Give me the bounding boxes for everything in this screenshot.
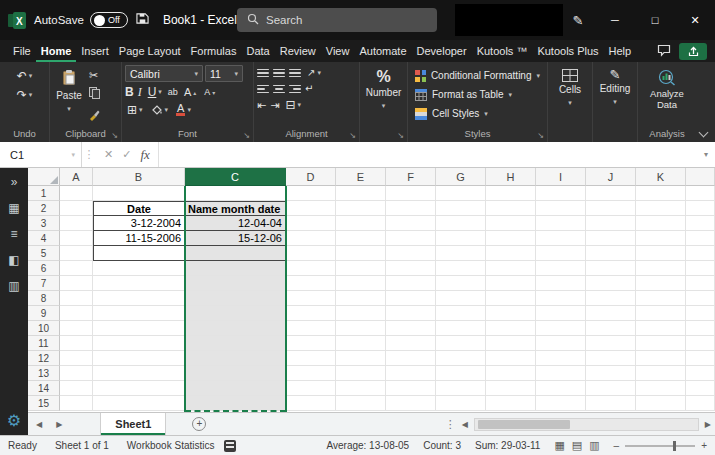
cell-D8[interactable] <box>286 291 336 306</box>
cell-H2[interactable] <box>486 201 536 216</box>
cell-I2[interactable] <box>536 201 586 216</box>
column-header-G[interactable]: G <box>436 168 486 186</box>
cell-H7[interactable] <box>486 276 536 291</box>
cell-A4[interactable] <box>60 231 93 246</box>
accessibility-checker-icon[interactable] <box>224 440 236 452</box>
cell-A9[interactable] <box>60 306 93 321</box>
cell-G1[interactable] <box>436 186 486 201</box>
scrollbar-track[interactable] <box>474 418 699 431</box>
cell-K2[interactable] <box>636 201 686 216</box>
comments-icon[interactable] <box>657 44 671 59</box>
ribbon-tab-data[interactable]: Data <box>241 40 274 62</box>
row-header-2[interactable]: 2 <box>28 201 60 216</box>
collapse-ribbon-icon[interactable] <box>699 128 709 138</box>
cell-F6[interactable] <box>386 261 436 276</box>
cell-D10[interactable] <box>286 321 336 336</box>
cell-C3[interactable]: 12-04-04 <box>185 216 286 231</box>
cell-E3[interactable] <box>336 216 386 231</box>
sheet-tab-sheet1[interactable]: Sheet1 <box>100 413 166 435</box>
cell-B1[interactable] <box>93 186 185 201</box>
zoom-in-icon[interactable]: + <box>701 440 707 451</box>
cell-I11[interactable] <box>536 336 586 351</box>
cell-G14[interactable] <box>436 381 486 396</box>
cell-A15[interactable] <box>60 396 93 411</box>
new-sheet-button[interactable]: + <box>192 417 206 431</box>
cell-D1[interactable] <box>286 186 336 201</box>
align-bottom-icon[interactable] <box>289 69 301 78</box>
cell-K4[interactable] <box>636 231 686 246</box>
cell-D7[interactable] <box>286 276 336 291</box>
cell-I1[interactable] <box>536 186 586 201</box>
cell-K5[interactable] <box>636 246 686 261</box>
cell-K13[interactable] <box>636 366 686 381</box>
align-center-icon[interactable] <box>273 85 285 94</box>
cell-F2[interactable] <box>386 201 436 216</box>
column-header-K[interactable]: K <box>636 168 686 186</box>
cell-H15[interactable] <box>486 396 536 411</box>
name-box[interactable]: C1 ▾ <box>0 142 82 167</box>
cell-partial-15[interactable] <box>686 396 715 411</box>
scrollbar-thumb[interactable] <box>478 420 570 429</box>
strikethrough-button[interactable]: ab <box>168 86 178 98</box>
row-header-1[interactable]: 1 <box>28 186 60 201</box>
clipboard-dialog-launcher[interactable]: ↘ <box>111 132 118 140</box>
orientation-button[interactable]: ↗▾ <box>305 66 323 80</box>
cell-J9[interactable] <box>586 306 636 321</box>
cell-B6[interactable] <box>93 261 185 276</box>
cell-K7[interactable] <box>636 276 686 291</box>
close-button[interactable]: ✕ <box>675 0 715 40</box>
cell-J1[interactable] <box>586 186 636 201</box>
cell-C7[interactable] <box>185 276 286 291</box>
row-header-8[interactable]: 8 <box>28 291 60 306</box>
cell-partial-5[interactable] <box>686 246 715 261</box>
cell-I4[interactable] <box>536 231 586 246</box>
cell-F7[interactable] <box>386 276 436 291</box>
cell-E10[interactable] <box>336 321 386 336</box>
cell-A11[interactable] <box>60 336 93 351</box>
ribbon-tab-home[interactable]: Home <box>36 40 77 62</box>
cell-partial-4[interactable] <box>686 231 715 246</box>
column-header-I[interactable]: I <box>536 168 586 186</box>
cell-E12[interactable] <box>336 351 386 366</box>
cell-G2[interactable] <box>436 201 486 216</box>
cell-partial-3[interactable] <box>686 216 715 231</box>
cell-I5[interactable] <box>536 246 586 261</box>
cell-E2[interactable] <box>336 201 386 216</box>
cell-A12[interactable] <box>60 351 93 366</box>
font-dialog-launcher[interactable]: ↘ <box>243 132 250 140</box>
row-header-3[interactable]: 3 <box>28 216 60 231</box>
row-header-10[interactable]: 10 <box>28 321 60 336</box>
styles-dialog-launcher[interactable]: ↘ <box>537 132 544 140</box>
decrease-indent-button[interactable]: ⇤ <box>257 99 266 111</box>
fill-color-button[interactable]: ▾ <box>149 103 171 116</box>
maximize-button[interactable]: □ <box>635 0 675 40</box>
cell-I12[interactable] <box>536 351 586 366</box>
cell-I7[interactable] <box>536 276 586 291</box>
cell-D2[interactable] <box>286 201 336 216</box>
conditional-formatting-button[interactable]: Conditional Formatting▾ <box>411 66 544 85</box>
alignment-dialog-launcher[interactable]: ↘ <box>349 132 356 140</box>
row-header-15[interactable]: 15 <box>28 396 60 411</box>
cell-C8[interactable] <box>185 291 286 306</box>
next-sheet-icon[interactable]: ▶ <box>56 420 62 429</box>
page-break-preview-icon[interactable]: ▥ <box>589 439 599 452</box>
column-header-F[interactable]: F <box>386 168 436 186</box>
cell-B8[interactable] <box>93 291 185 306</box>
cell-C6[interactable] <box>185 261 286 276</box>
cell-A6[interactable] <box>60 261 93 276</box>
align-top-icon[interactable] <box>257 69 269 78</box>
cell-K9[interactable] <box>636 306 686 321</box>
cell-F8[interactable] <box>386 291 436 306</box>
cell-J8[interactable] <box>586 291 636 306</box>
scroll-right-icon[interactable]: ▶ <box>705 420 711 429</box>
copy-button[interactable] <box>89 85 100 103</box>
cell-E11[interactable] <box>336 336 386 351</box>
cell-partial-8[interactable] <box>686 291 715 306</box>
cell-F10[interactable] <box>386 321 436 336</box>
cell-D14[interactable] <box>286 381 336 396</box>
cell-B10[interactable] <box>93 321 185 336</box>
column-header-B[interactable]: B <box>93 168 185 186</box>
save-icon[interactable] <box>136 12 149 28</box>
align-middle-icon[interactable] <box>273 69 285 78</box>
row-header-13[interactable]: 13 <box>28 366 60 381</box>
